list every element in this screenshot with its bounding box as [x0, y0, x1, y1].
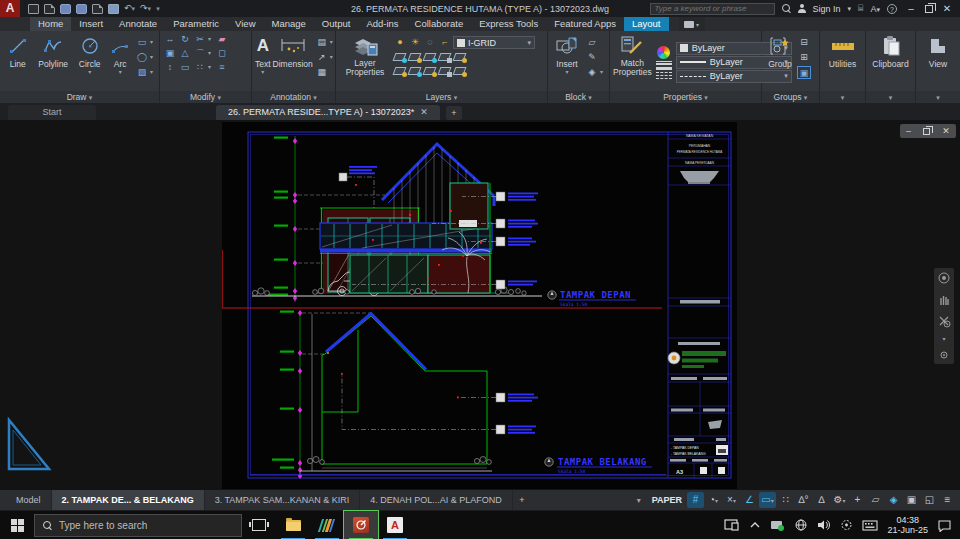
- ellipse-icon[interactable]: ◯: [135, 51, 149, 64]
- insert-button[interactable]: Insert▾: [551, 33, 583, 91]
- tab-featured-apps[interactable]: Featured Apps: [546, 17, 624, 31]
- stretch-icon[interactable]: ↕: [163, 61, 177, 74]
- security-tray-icon[interactable]: [840, 519, 853, 531]
- start-button[interactable]: [0, 511, 34, 539]
- file-tab-close-icon[interactable]: ✕: [420, 105, 428, 120]
- paper-space-toggle[interactable]: PAPER: [648, 495, 686, 505]
- tab-addins[interactable]: Add-ins: [358, 17, 406, 31]
- create-block-icon[interactable]: ▱: [585, 36, 599, 49]
- navigation-wheel-icon[interactable]: [937, 272, 951, 286]
- autocad-taskbar-button[interactable]: [344, 511, 378, 539]
- dimension-button[interactable]: Dimension: [273, 33, 313, 91]
- group-edit-icon[interactable]: ⊞: [797, 51, 811, 64]
- explode-icon[interactable]: ◻: [215, 47, 229, 60]
- tab-view[interactable]: View: [227, 17, 263, 31]
- navigation-bar[interactable]: ▾: [934, 268, 954, 364]
- panel-label-groups[interactable]: Groups ▾: [762, 91, 819, 103]
- layer-tool-icon[interactable]: [438, 65, 452, 77]
- layer-tool-icon[interactable]: [408, 51, 422, 63]
- layer-tool-icon[interactable]: [393, 65, 407, 77]
- panel-label-clipboard[interactable]: ▾: [866, 91, 915, 103]
- task-view-button[interactable]: [242, 511, 276, 539]
- customize-qat-icon[interactable]: ▾: [156, 5, 160, 13]
- new-icon[interactable]: [28, 4, 39, 14]
- search-icon[interactable]: [782, 4, 791, 13]
- tab-home[interactable]: Home: [30, 17, 71, 31]
- tab-manage[interactable]: Manage: [264, 17, 314, 31]
- zoom-extents-icon[interactable]: [937, 314, 951, 328]
- text-button[interactable]: A Text▾: [255, 33, 271, 91]
- clean-screen-icon[interactable]: ≡: [939, 492, 956, 508]
- layout-tab-tampak-samping[interactable]: 3. TAMPAK SAM...KANAN & KIRI: [205, 490, 361, 510]
- tab-parametric[interactable]: Parametric: [165, 17, 227, 31]
- layer-tool-icon[interactable]: [453, 51, 467, 63]
- status-collapse-icon[interactable]: ▾: [631, 496, 647, 505]
- undo-icon[interactable]: ↶▾: [124, 3, 135, 14]
- offset-icon[interactable]: ≡: [215, 61, 229, 74]
- layer-tool-icon[interactable]: [423, 65, 437, 77]
- sign-in-caret-icon[interactable]: ▾: [848, 5, 852, 13]
- polar-tracking-icon[interactable]: ◔▾: [705, 492, 722, 508]
- action-center-icon[interactable]: [937, 519, 952, 532]
- navbar-settings-icon[interactable]: [938, 349, 950, 361]
- layer-thaw-icon[interactable]: ☀: [408, 36, 422, 49]
- leader-icon[interactable]: ▤: [315, 36, 329, 49]
- pan-icon[interactable]: [937, 293, 951, 307]
- layer-lock-icon[interactable]: ⌐: [438, 36, 452, 49]
- clipboard-button[interactable]: Clipboard: [869, 33, 912, 91]
- rectangle-icon[interactable]: ▭: [135, 36, 149, 49]
- file-explorer-button[interactable]: [276, 511, 310, 539]
- doc-close-button[interactable]: ✕: [942, 126, 950, 136]
- layer-tool-icon[interactable]: [393, 51, 407, 63]
- layer-tool-icon[interactable]: [438, 51, 452, 63]
- panel-label-modify[interactable]: Modify ▾: [160, 91, 251, 103]
- help-icon[interactable]: ?: [887, 4, 897, 14]
- graphics-performance-icon[interactable]: ◱: [921, 492, 938, 508]
- taskbar-search[interactable]: Type here to search: [34, 514, 242, 537]
- adobe-acrobat-button[interactable]: A: [378, 511, 412, 539]
- save-icon[interactable]: [60, 4, 71, 14]
- annotation-scale-icon[interactable]: ◈: [885, 492, 902, 508]
- polyline-button[interactable]: Polyline: [35, 33, 72, 91]
- panel-label-block[interactable]: Block ▾: [548, 91, 609, 103]
- copy-icon[interactable]: ▣: [163, 47, 177, 60]
- close-button[interactable]: ✕: [940, 3, 954, 14]
- grid-icon[interactable]: #: [687, 492, 704, 508]
- group-selection-icon[interactable]: ▣: [797, 66, 811, 79]
- hatch-icon[interactable]: ▨: [135, 66, 149, 79]
- autotrack-icon[interactable]: ∠: [741, 492, 758, 508]
- panel-label-annotation[interactable]: Annotation ▾: [252, 91, 335, 103]
- lineweight-icon[interactable]: [656, 61, 672, 70]
- view-button[interactable]: View: [919, 33, 957, 91]
- object-snap-icon[interactable]: ▭▾: [759, 492, 776, 508]
- panel-label-properties[interactable]: Properties ▾: [610, 91, 761, 103]
- taskbar-clock[interactable]: 04:38 21-Jun-25: [887, 515, 928, 535]
- new-drawing-tab-button[interactable]: +: [446, 106, 462, 120]
- annotation-monitor-icon[interactable]: ▣: [903, 492, 920, 508]
- autodesk-logo-icon[interactable]: A▾: [870, 4, 880, 14]
- minimize-button[interactable]: –: [904, 3, 918, 14]
- network-tray-icon[interactable]: [794, 519, 808, 531]
- match-properties-button[interactable]: Match Properties: [613, 33, 652, 91]
- group-button[interactable]: Group: [765, 33, 795, 91]
- panel-label-utilities[interactable]: ▾: [820, 91, 865, 103]
- tab-annotate[interactable]: Annotate: [111, 17, 165, 31]
- redo-icon[interactable]: ↷▾: [140, 3, 151, 14]
- line-button[interactable]: Line: [3, 33, 33, 91]
- sign-in-button[interactable]: Sign In: [813, 4, 841, 14]
- layout-tab-denah[interactable]: 4. DENAH POL...AI & PLAFOND: [360, 490, 513, 510]
- fillet-icon[interactable]: ⌒: [193, 47, 207, 60]
- utilities-button[interactable]: Utilities: [823, 33, 862, 91]
- layer-tool-icon[interactable]: [423, 51, 437, 63]
- array-icon[interactable]: ∷: [193, 61, 207, 74]
- crosshair-icon[interactable]: +: [849, 492, 866, 508]
- rotate-icon[interactable]: ↻: [178, 33, 192, 46]
- mirror-icon[interactable]: △: [178, 47, 192, 60]
- volume-tray-icon[interactable]: [817, 519, 831, 531]
- file-tab-document[interactable]: 26. PERMATA RESIDE...TYPE A) - 13072023*…: [216, 105, 440, 120]
- drawing-area[interactable]: TAMPAK DEPAN Skala 1:50: [0, 120, 960, 490]
- isometric-drafting-icon[interactable]: ×▾: [723, 492, 740, 508]
- selection-cycling-icon[interactable]: ∷: [777, 492, 794, 508]
- tab-output[interactable]: Output: [314, 17, 359, 31]
- tab-collaborate[interactable]: Collaborate: [407, 17, 472, 31]
